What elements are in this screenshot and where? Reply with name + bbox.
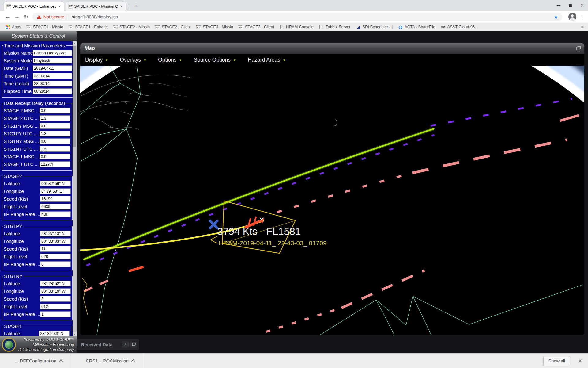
field-value-input[interactable]: [40, 246, 71, 252]
field-value-input[interactable]: [40, 261, 71, 267]
field-value-input[interactable]: [40, 204, 71, 209]
tab-close-icon[interactable]: [58, 4, 62, 9]
tab-mission-control[interactable]: SPIDER POC - Mission Con: [66, 2, 126, 11]
minimize-icon[interactable]: [557, 5, 560, 6]
field-value-input[interactable]: [40, 211, 71, 217]
collapsed-panel[interactable]: Received Data: [77, 339, 140, 350]
field-value-input[interactable]: [40, 188, 71, 194]
reload-icon[interactable]: [21, 12, 31, 21]
chevron-up-icon[interactable]: [131, 359, 135, 363]
download-item[interactable]: ....DFEConfiguration: [0, 354, 71, 368]
field-value-input[interactable]: [33, 81, 72, 86]
bookmark-item[interactable]: STAGE2 - Client: [153, 24, 193, 30]
bookmark-item[interactable]: STAGE2 - Missio: [111, 24, 152, 30]
field-value-input[interactable]: [40, 231, 71, 236]
download-item[interactable]: CRS1....POCMission: [71, 354, 143, 368]
field-value-input[interactable]: [40, 311, 71, 317]
field-label: Speed (Kts): [4, 196, 28, 201]
bookmark-item[interactable]: SDI Scheduler - |: [353, 24, 395, 30]
field-value-input[interactable]: [39, 331, 70, 336]
scrollbar-thumb[interactable]: [73, 46, 76, 147]
tab-enhanced-display[interactable]: SPIDER POC - Enhanced Sp: [4, 2, 64, 11]
field-value-input[interactable]: [40, 304, 71, 309]
map-canvas[interactable]: 3794 Kts - FL1581 HRAM-2019-04-11_ 22-43…: [80, 66, 584, 335]
maximize-icon[interactable]: [569, 4, 572, 7]
field-value-input[interactable]: [40, 161, 70, 167]
field-value-input[interactable]: [40, 281, 71, 286]
field-value-input[interactable]: [40, 138, 70, 144]
chevron-up-icon[interactable]: [59, 359, 63, 363]
field-row: Flight Level: [4, 254, 71, 259]
favicon-icon: [319, 25, 324, 29]
close-downloads-bar-icon[interactable]: [578, 357, 582, 364]
field-value-input[interactable]: [40, 288, 71, 294]
bookmarks-overflow-icon[interactable]: [581, 24, 586, 29]
map-menu-item[interactable]: Options: [158, 57, 182, 63]
bookmark-item[interactable]: STAGE1 - Enhanc: [66, 24, 110, 30]
field-value-input[interactable]: [40, 131, 70, 136]
bookmark-item[interactable]: STAGE3 - Missio: [194, 24, 236, 30]
bookmark-item[interactable]: ACTA - ShareFile: [396, 24, 438, 30]
field-value-input[interactable]: [40, 108, 70, 113]
spider-favicon-icon: [6, 4, 11, 9]
field-row: Speed (Kts): [4, 246, 71, 252]
field-value-input[interactable]: [33, 88, 72, 94]
field-value-input[interactable]: [33, 50, 72, 56]
forward-icon[interactable]: [12, 12, 21, 21]
field-row: STAGE 1 UTC ...: [4, 161, 70, 167]
screen: SPIDER POC - Enhanced Sp SPIDER POC - Mi…: [0, 0, 588, 368]
bookmark-item[interactable]: AS&T Cloud-96.: [438, 24, 478, 30]
address-bar[interactable]: Not secure stage1 :8080/display.jsp: [32, 13, 562, 21]
not-secure-label: Not secure: [43, 14, 64, 19]
field-value-input[interactable]: [33, 65, 72, 71]
external-link-icon[interactable]: [122, 342, 129, 347]
show-all-downloads-button[interactable]: Show all: [543, 356, 571, 366]
field-value-input[interactable]: [40, 154, 70, 159]
field-row: Elapsed Time: [4, 88, 72, 94]
not-secure-warning-icon[interactable]: [37, 15, 41, 19]
sidebar-scrollbar[interactable]: [73, 41, 77, 336]
field-value-input[interactable]: [33, 73, 72, 79]
menu-label: Hazard Areas: [248, 57, 280, 63]
profile-avatar[interactable]: [568, 13, 576, 21]
bookmark-star-icon[interactable]: [554, 14, 558, 20]
field-value-input[interactable]: [33, 58, 72, 63]
scroll-up-icon[interactable]: [73, 41, 77, 45]
bookmark-item[interactable]: Apps: [3, 24, 24, 30]
field-value-input[interactable]: [40, 254, 71, 259]
bookmark-item[interactable]: Zabbix-Server: [317, 24, 353, 30]
map-menu-item[interactable]: Hazard Areas: [248, 57, 286, 63]
field-value-input[interactable]: [40, 238, 71, 244]
map-menu-item[interactable]: Display: [85, 57, 108, 63]
footer-line: v1.1.5 and Integration Company: [16, 347, 74, 352]
field-label: Latitude: [4, 331, 20, 336]
field-value-input[interactable]: [40, 196, 71, 202]
field-value-input[interactable]: [40, 123, 70, 129]
field-label: Flight Level: [4, 204, 27, 209]
browser-menu-icon[interactable]: [579, 14, 585, 20]
scroll-down-icon[interactable]: [73, 332, 77, 336]
field-row: Flight Level: [4, 304, 71, 309]
field-label: STAGE 2 UTC ...: [4, 116, 39, 121]
field-label: Longitude: [4, 289, 24, 294]
restore-panel-icon[interactable]: [130, 342, 137, 347]
field-value-input[interactable]: [40, 296, 71, 302]
tab-close-icon[interactable]: [120, 4, 123, 9]
favicon-icon: [69, 25, 73, 29]
field-value-input[interactable]: [40, 181, 71, 186]
popout-icon[interactable]: [576, 47, 580, 50]
map-menu-item[interactable]: Source Options: [194, 57, 236, 63]
new-tab-button[interactable]: [132, 2, 140, 10]
close-window-icon[interactable]: [580, 3, 584, 8]
bookmark-item[interactable]: STAGE3 - Client: [236, 24, 277, 30]
back-icon[interactable]: [3, 12, 12, 21]
field-label: Latitude: [4, 281, 20, 286]
favicon-icon: [113, 25, 118, 29]
sidebar-section: STAGE2 Latitude Longitude: [2, 174, 73, 220]
field-value-input[interactable]: [40, 115, 70, 121]
bookmark-item[interactable]: HRAM Console: [277, 24, 316, 30]
field-value-input[interactable]: [40, 146, 70, 152]
bottom-panel-row: Altitude VS Time Speed VS Time Received …: [77, 337, 588, 353]
bookmark-item[interactable]: STAGE1 - Missio: [24, 24, 66, 30]
map-menu-item[interactable]: Overlays: [120, 57, 146, 63]
